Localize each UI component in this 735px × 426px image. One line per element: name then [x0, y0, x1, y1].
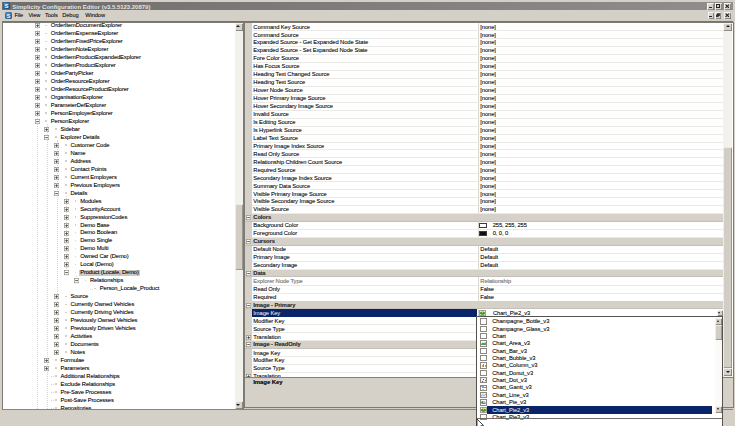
svg-text:S: S [6, 13, 10, 19]
svg-text:S: S [5, 3, 9, 9]
